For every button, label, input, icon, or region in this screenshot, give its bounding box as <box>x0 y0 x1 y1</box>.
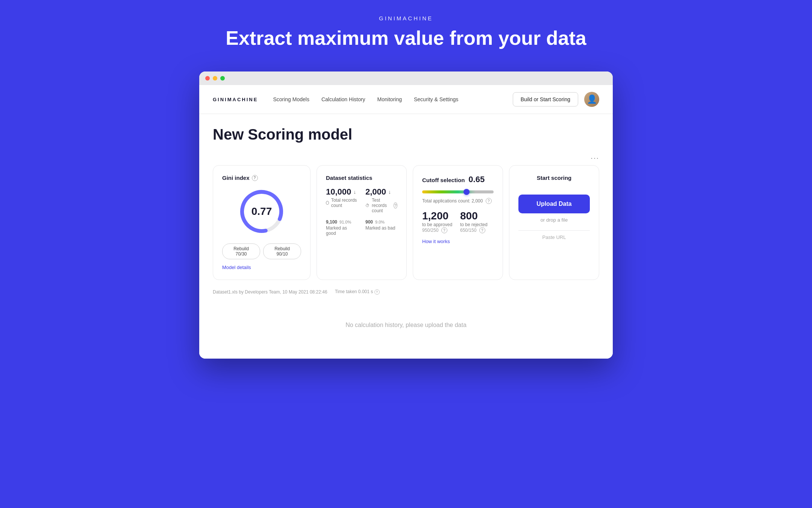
approved-value: 1,200 <box>422 210 456 222</box>
nav-link-monitoring[interactable]: Monitoring <box>377 96 402 102</box>
file-info: Dataset1.xls by Developers Team, 10 May … <box>213 289 327 295</box>
how-it-works-link[interactable]: How it works <box>422 239 450 244</box>
paste-url-label[interactable]: Paste URL <box>518 230 590 240</box>
dataset-card-title: Dataset statistics <box>326 175 397 181</box>
app-container: GINIMACHINE Scoring Models Calculation H… <box>199 85 613 359</box>
gini-card-title: Gini index ? <box>222 175 301 181</box>
rebuild-70-30-button[interactable]: Rebuild 70/30 <box>222 243 260 259</box>
total-apps-help-icon[interactable]: ? <box>486 198 492 204</box>
nav-actions: Build or Start Scoring <box>513 92 599 107</box>
scoring-card-title: Start scoring <box>518 175 590 181</box>
circle-icon <box>326 201 329 205</box>
time-taken: Time taken 0.001 s ? <box>335 289 380 295</box>
approved-sub: 950/250 ? <box>422 227 456 233</box>
nav-links: Scoring Models Calculation History Monit… <box>273 96 512 102</box>
total-records-label: Total records count <box>326 198 358 208</box>
stat-marked-bad: 900 9.0% Marked as bad <box>365 219 397 236</box>
stat-test-records: 2,000 ↓ ⏱ Test records count ? <box>365 187 397 213</box>
brand-tagline: Extract maximum value from your data <box>226 27 586 49</box>
nav-link-calculation-history[interactable]: Calculation History <box>321 96 365 102</box>
cards-row: Gini index ? 0.77 Rebuild 70/30 <box>213 165 599 280</box>
total-records-value: 10,000 ↓ <box>326 187 358 197</box>
cutoff-total-apps: Total applications count: 2,000 ? <box>422 198 494 204</box>
marked-bad-value: 900 9.0% <box>365 219 397 225</box>
rebuild-90-10-button[interactable]: Rebuild 90/10 <box>263 243 301 259</box>
page-title: New Scoring model <box>213 126 599 143</box>
empty-state: No calculation history, please upload th… <box>213 307 599 344</box>
brand-logo-top: GINIMACHINE <box>226 15 586 21</box>
cutoff-stats: 1,200 to be approved 950/250 ? 800 to be… <box>422 210 494 233</box>
approved-stat: 1,200 to be approved 950/250 ? <box>422 210 456 233</box>
nav: GINIMACHINE Scoring Models Calculation H… <box>199 85 613 114</box>
browser-dot-green <box>220 76 225 81</box>
or-drop-label: or drop a file <box>518 217 590 223</box>
nav-link-security-settings[interactable]: Security & Settings <box>414 96 458 102</box>
nav-logo: GINIMACHINE <box>213 97 258 102</box>
browser-dot-yellow <box>213 76 217 81</box>
rejected-value: 800 <box>460 210 494 222</box>
browser-window: GINIMACHINE Scoring Models Calculation H… <box>199 71 613 359</box>
avatar <box>584 92 599 107</box>
marked-good-value: 9,100 91.0% <box>326 219 358 225</box>
build-or-start-scoring-button[interactable]: Build or Start Scoring <box>513 92 578 106</box>
rejected-label: to be rejected <box>460 222 494 227</box>
main-content: New Scoring model ··· Gini index ? <box>199 114 613 359</box>
test-records-label: ⏱ Test records count ? <box>365 198 397 213</box>
approved-help-icon[interactable]: ? <box>441 227 447 233</box>
gini-value: 0.77 <box>251 205 272 217</box>
rejected-help-icon[interactable]: ? <box>479 227 485 233</box>
cutoff-card: Cutoff selection 0.65 Total applications… <box>413 165 503 280</box>
meta-row: Dataset1.xls by Developers Team, 10 May … <box>213 289 599 295</box>
rejected-stat: 800 to be rejected 650/150 ? <box>460 210 494 233</box>
marked-bad-label: Marked as bad <box>365 225 397 231</box>
donut-container: 0.77 <box>222 187 301 236</box>
cutoff-value: 0.65 <box>468 175 485 184</box>
brand-header: GINIMACHINE Extract maximum value from y… <box>226 15 586 64</box>
upload-data-button[interactable]: Upload Data <box>518 195 590 213</box>
time-taken-help-icon[interactable]: ? <box>374 289 380 295</box>
slider-track <box>422 190 494 193</box>
gini-buttons: Rebuild 70/30 Rebuild 90/10 <box>222 243 301 259</box>
rejected-sub: 650/150 ? <box>460 227 494 233</box>
dataset-grid: 10,000 ↓ Total records count 2,000 <box>326 187 397 236</box>
marked-good-label: Marked as good <box>326 225 358 236</box>
clock-icon: ⏱ <box>365 203 370 208</box>
empty-state-message: No calculation history, please upload th… <box>345 322 467 328</box>
gini-card: Gini index ? 0.77 Rebuild 70/30 <box>213 165 311 280</box>
browser-chrome <box>199 71 613 85</box>
cutoff-title: Cutoff selection <box>422 177 465 183</box>
test-records-help-icon[interactable]: ? <box>394 202 397 208</box>
approved-label: to be approved <box>422 222 456 227</box>
more-menu-button[interactable]: ··· <box>213 154 599 162</box>
stat-total-records: 10,000 ↓ Total records count <box>326 187 358 213</box>
model-details-link[interactable]: Model details <box>222 265 251 270</box>
test-records-value: 2,000 ↓ <box>365 187 397 197</box>
scoring-card: Start scoring Upload Data or drop a file… <box>509 165 599 280</box>
browser-dot-red <box>205 76 210 81</box>
nav-link-scoring-models[interactable]: Scoring Models <box>273 96 309 102</box>
cutoff-slider[interactable] <box>422 190 494 193</box>
download-icon-total: ↓ <box>353 189 356 195</box>
slider-thumb <box>464 189 470 195</box>
download-icon-test: ↓ <box>388 189 391 195</box>
stat-marked-good: 9,100 91.0% Marked as good <box>326 219 358 236</box>
dataset-card: Dataset statistics 10,000 ↓ Total record… <box>317 165 407 280</box>
gini-help-icon[interactable]: ? <box>252 175 258 181</box>
cutoff-header: Cutoff selection 0.65 <box>422 175 494 184</box>
